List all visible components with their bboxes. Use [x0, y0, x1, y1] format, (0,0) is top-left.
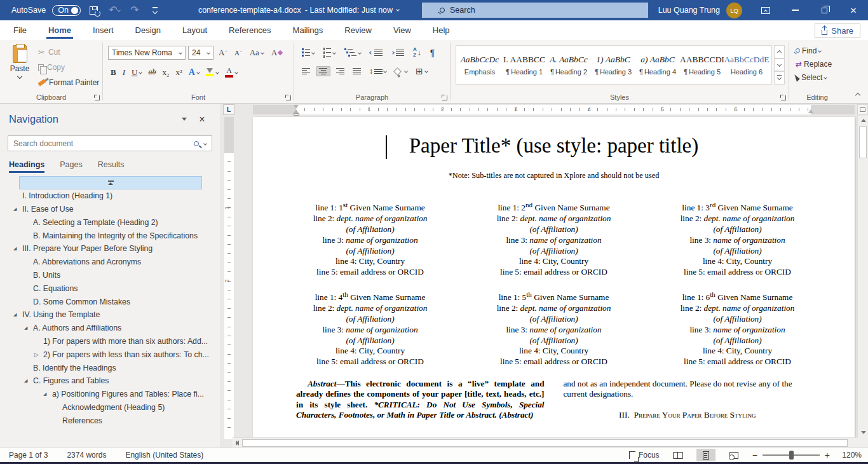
nav-tab-pages[interactable]: Pages: [60, 160, 82, 173]
replace-button[interactable]: ⇄Replace: [793, 57, 845, 71]
bullets-button[interactable]: [299, 47, 317, 58]
page-indicator[interactable]: Page 1 of 3: [9, 451, 48, 460]
increase-indent-button[interactable]: [389, 48, 407, 57]
clipboard-dialog-launcher[interactable]: [95, 95, 100, 100]
nav-heading-item[interactable]: ◢III. Prepare Your Paper Before Styling: [0, 242, 220, 256]
nav-tab-results[interactable]: Results: [98, 160, 125, 173]
font-name-combo[interactable]: Times New Roma: [108, 46, 186, 60]
show-hide-paragraph-button[interactable]: ¶: [428, 46, 438, 59]
vertical-ruler[interactable]: 12: [224, 117, 234, 439]
nav-heading-item[interactable]: ◢II. Ease of Use: [0, 203, 220, 216]
zoom-out-button[interactable]: −: [752, 451, 757, 460]
change-case-button[interactable]: Aa: [247, 46, 266, 59]
highlight-color-button[interactable]: [203, 67, 221, 78]
nav-heading-item-selected[interactable]: [19, 176, 202, 189]
nav-heading-item[interactable]: A. Abbreviations and Acronyms: [0, 256, 220, 269]
zoom-slider[interactable]: [763, 454, 820, 456]
font-color-button[interactable]: A: [222, 65, 240, 79]
focus-mode-button[interactable]: Focus: [629, 451, 660, 460]
nav-heading-item[interactable]: A. Selecting a Template (Heading 2): [0, 215, 220, 229]
restore-button[interactable]: [810, 0, 839, 20]
vertical-scrollbar[interactable]: [857, 116, 868, 437]
grow-font-button[interactable]: Aˆ: [216, 46, 229, 59]
navigation-search-input[interactable]: [8, 139, 194, 148]
nav-heading-item[interactable]: D. Some Common Mistakes: [0, 295, 220, 308]
web-layout-button[interactable]: [724, 449, 743, 461]
print-layout-button[interactable]: [696, 449, 715, 461]
nav-heading-item[interactable]: ▷2) For papers with less than six author…: [0, 348, 220, 361]
tab-home[interactable]: Home: [37, 21, 82, 40]
document-title-area[interactable]: conference-template-a4.docx - Last Modif…: [178, 6, 419, 15]
nav-heading-item[interactable]: ◢a) Positioning Figures and Tables: Plac…: [0, 388, 220, 401]
underline-button[interactable]: U: [129, 66, 144, 79]
redo-button[interactable]: ↷: [128, 3, 142, 17]
style-heading-2[interactable]: A. AaBbCc¶Heading 2: [546, 47, 591, 83]
search-icon[interactable]: [194, 141, 199, 146]
align-left-button[interactable]: [299, 67, 313, 76]
paste-button[interactable]: Paste: [5, 45, 34, 90]
style-heading-3[interactable]: 1) AaBbC¶Heading 3: [591, 47, 635, 83]
nav-heading-item[interactable]: B. Units: [0, 269, 220, 282]
ribbon-display-options-button[interactable]: [751, 0, 780, 20]
zoom-in-button[interactable]: +: [825, 451, 830, 460]
font-size-combo[interactable]: 24: [188, 46, 214, 60]
clear-formatting-button[interactable]: A: [269, 46, 285, 59]
numbering-button[interactable]: [321, 46, 338, 59]
word-count[interactable]: 2374 words: [67, 451, 106, 460]
first-line-indent-marker[interactable]: [294, 105, 299, 109]
quick-access-toolbar-menu[interactable]: [148, 3, 162, 17]
nav-heading-item[interactable]: References: [0, 414, 220, 427]
styles-scroll-up-button[interactable]: [774, 45, 785, 58]
style-emphasis[interactable]: AaBbCcDcEmphasis: [458, 47, 502, 83]
user-name[interactable]: Luu Quang Trung: [658, 6, 720, 15]
nav-heading-item[interactable]: ◢C. Figures and Tables: [0, 374, 220, 388]
align-center-button[interactable]: [316, 66, 330, 76]
nav-heading-item[interactable]: ◢A. Authors and Affiliations: [0, 322, 220, 335]
tab-file[interactable]: File: [3, 21, 37, 40]
collapse-ribbon-button[interactable]: [853, 89, 863, 99]
read-mode-button[interactable]: [668, 449, 688, 461]
tab-review[interactable]: Review: [334, 21, 383, 40]
scroll-right-button[interactable]: [233, 438, 242, 448]
nav-heading-item[interactable]: I. Introduction (Heading 1): [0, 189, 220, 203]
horizontal-scrollbar[interactable]: [233, 437, 857, 447]
nav-heading-item[interactable]: 1) For papers with more than six authors…: [0, 335, 220, 348]
subscript-button[interactable]: x₂: [159, 66, 172, 79]
line-spacing-button[interactable]: ↕: [367, 65, 389, 77]
styles-dialog-launcher[interactable]: [781, 95, 786, 100]
tab-insert[interactable]: Insert: [82, 21, 125, 40]
ruler-toggle-button[interactable]: [857, 104, 868, 115]
horizontal-ruler[interactable]: 123456: [220, 105, 868, 114]
tab-design[interactable]: Design: [125, 21, 172, 40]
align-right-button[interactable]: [334, 67, 347, 76]
text-effects-button[interactable]: A: [186, 66, 202, 79]
collapse-triangle-icon[interactable]: ◢: [24, 325, 27, 331]
strikethrough-button[interactable]: ab: [146, 66, 158, 78]
avatar[interactable]: LQ: [726, 3, 742, 18]
collapse-triangle-icon[interactable]: ◢: [43, 392, 46, 397]
decrease-indent-button[interactable]: [367, 48, 385, 57]
collapse-triangle-icon[interactable]: ◢: [13, 207, 17, 212]
vertical-scrollbar-thumb[interactable]: [859, 126, 867, 158]
collapse-triangle-icon[interactable]: ◢: [13, 312, 17, 317]
paragraph-dialog-launcher[interactable]: [442, 95, 447, 100]
save-button[interactable]: [87, 3, 101, 17]
shading-button[interactable]: [392, 67, 410, 76]
font-dialog-launcher[interactable]: [286, 95, 291, 100]
navigation-pane-close-button[interactable]: ×: [193, 114, 211, 125]
zoom-level[interactable]: 120%: [839, 451, 862, 460]
tab-view[interactable]: View: [383, 21, 422, 40]
collapse-triangle-icon[interactable]: ◢: [13, 246, 17, 251]
language-indicator[interactable]: English (United States): [125, 451, 203, 460]
nav-heading-item[interactable]: C. Equations: [0, 282, 220, 295]
zoom-slider-knob[interactable]: [789, 451, 794, 460]
cut-button[interactable]: ✂ Cut: [38, 45, 60, 59]
titlebar-search[interactable]: Search: [422, 3, 648, 18]
style-heading-5[interactable]: AABBCCDI¶Heading 5: [680, 47, 724, 83]
style-heading-6[interactable]: AaBbCcDdEHeading 6: [724, 47, 769, 83]
undo-button[interactable]: ↶: [107, 3, 121, 17]
sort-button[interactable]: AZ↓: [410, 46, 424, 60]
superscript-button[interactable]: x²: [173, 66, 184, 79]
italic-button[interactable]: I: [120, 66, 128, 79]
copy-button[interactable]: Copy: [38, 60, 65, 74]
